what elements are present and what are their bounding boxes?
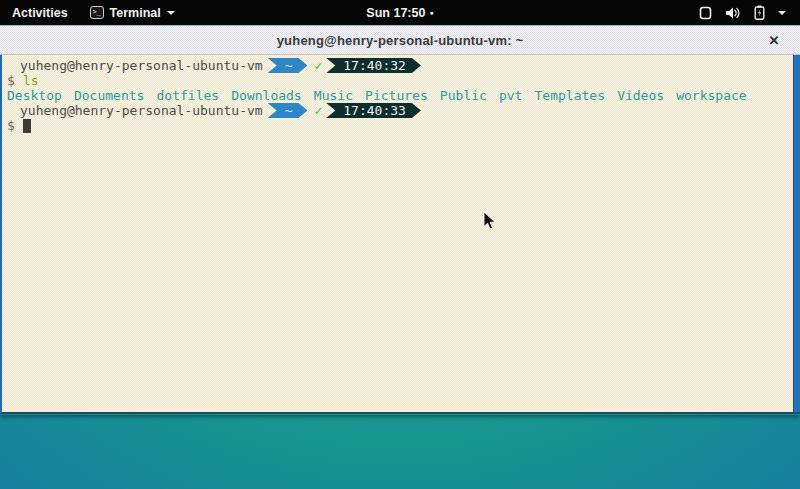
typed-command: ls bbox=[23, 73, 39, 88]
terminal-icon: >_ bbox=[90, 6, 104, 19]
powerline-time-segment: 17:40:32 bbox=[326, 58, 421, 73]
status-check-icon: ✓ bbox=[314, 58, 322, 73]
app-menu-terminal[interactable]: >_ Terminal bbox=[80, 0, 185, 25]
powerline-cwd-segment: ~ bbox=[268, 58, 308, 73]
prompt-dollar: $ bbox=[4, 73, 15, 88]
screen-icon bbox=[699, 6, 712, 20]
system-tray[interactable] bbox=[699, 0, 800, 25]
command-line: $ ls bbox=[4, 73, 788, 88]
directory-name: Downloads bbox=[231, 88, 301, 103]
chevron-down-icon bbox=[778, 11, 786, 15]
prompt-user-host: yuheng@henry-personal-ubuntu-vm bbox=[4, 103, 263, 118]
directory-name: Public bbox=[440, 88, 487, 103]
prompt-line: yuheng@henry-personal-ubuntu-vm ~ ✓ 17:4… bbox=[4, 58, 788, 73]
ls-output-line: Desktop Documents dotfiles Downloads Mus… bbox=[4, 88, 788, 103]
terminal-scrollbar[interactable] bbox=[793, 55, 800, 412]
powerline-cwd-segment: ~ bbox=[268, 103, 308, 118]
directory-name: Videos bbox=[617, 88, 664, 103]
prompt-dollar: $ bbox=[4, 118, 15, 133]
window-titlebar[interactable]: yuheng@henry-personal-ubuntu-vm: ~ ✕ bbox=[0, 25, 800, 55]
terminal-screen[interactable]: yuheng@henry-personal-ubuntu-vm ~ ✓ 17:4… bbox=[0, 55, 800, 414]
directory-name: Music bbox=[314, 88, 353, 103]
prompt-line: yuheng@henry-personal-ubuntu-vm ~ ✓ 17:4… bbox=[4, 103, 788, 118]
battery-charging-icon bbox=[754, 5, 765, 20]
directory-name: Pictures bbox=[365, 88, 428, 103]
terminal-window: yuheng@henry-personal-ubuntu-vm: ~ ✕ yuh… bbox=[0, 25, 800, 415]
directory-name: Templates bbox=[535, 88, 605, 103]
directory-name: Desktop bbox=[7, 88, 62, 103]
close-button[interactable]: ✕ bbox=[765, 31, 783, 49]
activities-label: Activities bbox=[12, 6, 68, 20]
notification-dot: ● bbox=[429, 9, 433, 16]
prompt-user-host: yuheng@henry-personal-ubuntu-vm bbox=[4, 58, 263, 73]
status-check-icon: ✓ bbox=[314, 103, 322, 118]
window-title: yuheng@henry-personal-ubuntu-vm: ~ bbox=[277, 33, 524, 48]
clock-label: Sun 17:50 bbox=[366, 6, 425, 20]
volume-icon bbox=[725, 6, 741, 20]
directory-name: workspace bbox=[676, 88, 746, 103]
directory-name: pvt bbox=[499, 88, 522, 103]
chevron-down-icon bbox=[167, 11, 175, 15]
directory-name: Documents bbox=[74, 88, 144, 103]
directory-name: dotfiles bbox=[157, 88, 220, 103]
activities-button[interactable]: Activities bbox=[0, 0, 80, 25]
input-line: $ bbox=[4, 118, 788, 133]
powerline-time-segment: 17:40:33 bbox=[326, 103, 421, 118]
app-menu-label: Terminal bbox=[110, 6, 161, 20]
text-cursor-block bbox=[23, 119, 31, 133]
top-bar: Activities >_ Terminal Sun 17:50 ● bbox=[0, 0, 800, 25]
